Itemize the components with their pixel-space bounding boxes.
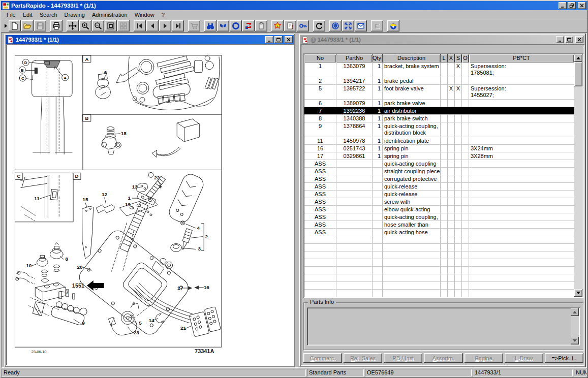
first-page-button[interactable] [134,20,146,32]
table-row[interactable]: ASSquick-acting coupling, [304,213,574,221]
column-header-s[interactable]: S [455,54,462,62]
table-row[interactable]: ASSquick-acting coupling [304,160,574,168]
table-row[interactable]: 1114509781identification plate [304,137,574,145]
table-row-empty[interactable] [304,259,574,267]
column-header-no[interactable]: No [304,54,336,62]
menu-administration[interactable]: Administration [88,11,131,18]
fit-view-button[interactable] [105,20,117,32]
menu-drawing[interactable]: Drawing [61,11,88,18]
table-row[interactable]: ASSscrew with [304,198,574,206]
open-button[interactable] [21,20,34,32]
parts-close-button[interactable] [575,36,583,43]
tile-view-button[interactable] [117,20,130,32]
table-row[interactable]: 713922361air distributor [304,107,574,115]
column-header-desc[interactable]: Description [383,54,441,62]
drawing-canvas[interactable]: ABCDDBCA61811151213119224231087920171614… [6,44,294,366]
export-button[interactable] [242,20,255,32]
save-button[interactable] [34,20,46,32]
drawing-minimize-button[interactable] [265,36,273,43]
parts-info-content[interactable] [307,307,580,345]
scroll-down-button[interactable] [574,289,582,297]
table-row[interactable]: ASSstraight coupling piece [304,168,574,175]
scroll-up-button[interactable] [574,54,582,62]
table-row[interactable]: 1602517431spring pin3X24mm [304,145,574,152]
prev-page-button[interactable] [146,20,159,32]
menu-window[interactable]: Window [131,11,158,18]
table-row-empty[interactable] [304,290,574,297]
table-row[interactable]: 513957221foot brake valveXXSupersession:… [304,85,574,100]
column-header-l[interactable]: L [441,54,448,62]
table-row[interactable]: 613890791park brake valve [304,100,574,107]
table-row-empty[interactable] [304,274,574,282]
table-row[interactable]: 813403881park brake switch [304,115,574,122]
action-pbinst-button[interactable]: PB / Inst [384,353,422,363]
table-row-empty[interactable] [304,282,574,290]
key-button[interactable] [297,20,309,32]
column-header-o[interactable]: O [462,54,469,62]
next-page-button[interactable] [159,20,171,32]
minimize-button[interactable] [559,2,567,9]
table-row[interactable]: ASSelbow quick-acting [304,206,574,213]
table-row[interactable]: 1703298611spring pin3X28mm [304,152,574,160]
table-row[interactable]: 213942171brake pedal [304,77,574,85]
action-relsales-button[interactable]: Rel. Sales [344,353,382,363]
table-scrollbar[interactable] [574,54,582,297]
menu-search[interactable]: Search [36,11,61,18]
table-row[interactable]: ASShose smaller than [304,221,574,229]
table-row[interactable]: ASScorrugated protective [304,175,574,183]
column-header-pbct[interactable]: PB*CT [469,54,574,62]
table-row[interactable]: ASSquick-release coupling, [304,191,574,198]
column-header-x[interactable]: X [448,54,455,62]
find-button[interactable] [204,20,216,32]
table-row-empty[interactable] [304,251,574,259]
brand-button[interactable] [387,20,399,32]
expand-button[interactable] [342,20,354,32]
table-row[interactable]: 113630791bracket, brake systemXSupersess… [304,62,574,77]
menu-edit[interactable]: Edit [19,11,36,18]
table-row-empty[interactable] [304,236,574,244]
last-page-button[interactable] [172,20,184,32]
scroll-down-button[interactable] [571,337,579,344]
table-row[interactable]: ASSquick-release coupling, [304,183,574,191]
circle-button[interactable] [230,20,242,32]
pan-button[interactable] [67,20,79,32]
scroll-up-button[interactable] [571,308,579,316]
parts-minimize-button[interactable] [556,36,564,43]
star-info-button[interactable] [271,20,284,32]
menu-file[interactable]: File [3,11,19,18]
drawing-window-titlebar[interactable]: 1447933/1 * (1/1) [6,35,294,44]
parts-window-titlebar[interactable]: @ 1447933/1 * (1/1) [300,35,584,44]
zoom-out-button[interactable] [92,20,104,32]
action-engine-button[interactable]: Engine [465,353,503,363]
action-assortm-button[interactable]: Assortm. [424,353,462,363]
mail-button[interactable] [355,20,367,32]
title-bar[interactable]: PartsRapido - 1447933/1 * (1/1) [1,1,587,10]
drawing-close-button[interactable] [285,36,293,43]
e-button[interactable] [371,20,383,32]
scrollbar-thumb[interactable] [574,62,582,86]
drawing-maximize-button[interactable] [274,36,283,43]
new-button[interactable] [9,20,21,32]
parts-info-scrollbar[interactable] [571,308,579,344]
parts-maximize-button[interactable] [565,36,573,43]
action-pickl-button[interactable]: =>Pick. L. [545,353,583,363]
table-row[interactable]: 913788641quick-acting coupling, distribu… [304,122,574,137]
table-row[interactable]: ASSquick-acting hose [304,229,574,236]
clipboard-button[interactable] [255,20,267,32]
restore-button[interactable] [568,2,576,9]
table-row-empty[interactable] [304,267,574,274]
action-ldraw-button[interactable]: L-Draw [505,353,543,363]
close-button[interactable] [578,2,586,9]
menu-help[interactable]: ? [158,11,168,18]
flag-button[interactable] [217,20,229,32]
zoom-in-button[interactable] [79,20,91,32]
column-header-part[interactable]: PartNo [336,54,373,62]
action-commerc-button[interactable]: Commerc. [303,353,342,363]
notes-button[interactable] [284,20,296,32]
refresh-button[interactable] [313,20,325,32]
cart-button[interactable] [188,20,200,32]
table-row-empty[interactable] [304,244,574,251]
globe-button[interactable] [329,20,342,32]
print-button[interactable] [50,20,63,32]
column-header-qty[interactable]: Qty [373,54,383,62]
